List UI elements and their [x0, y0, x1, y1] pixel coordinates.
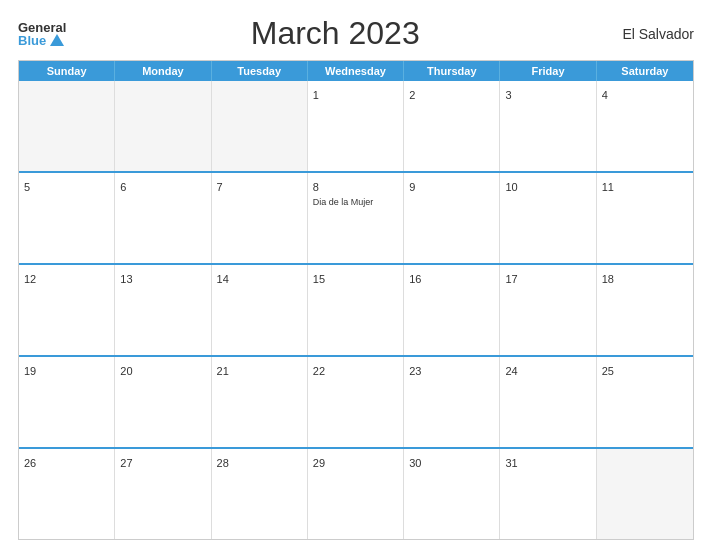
week-row-4: 19 20 21 22 23 24 25 — [19, 355, 693, 447]
header-sunday: Sunday — [19, 61, 115, 81]
logo-general-text: General — [18, 21, 66, 34]
day-number: 5 — [24, 181, 30, 193]
day-number: 28 — [217, 457, 229, 469]
day-cell-20: 20 — [115, 357, 211, 447]
day-number: 24 — [505, 365, 517, 377]
header-thursday: Thursday — [404, 61, 500, 81]
week-row-3: 12 13 14 15 16 17 18 — [19, 263, 693, 355]
day-number: 30 — [409, 457, 421, 469]
logo-blue-row: Blue — [18, 34, 64, 47]
calendar-grid: Sunday Monday Tuesday Wednesday Thursday… — [18, 60, 694, 540]
day-cell-7: 7 — [212, 173, 308, 263]
day-cell — [19, 81, 115, 171]
day-cell-13: 13 — [115, 265, 211, 355]
logo: General Blue — [18, 21, 66, 47]
header-friday: Friday — [500, 61, 596, 81]
day-cell-26: 26 — [19, 449, 115, 539]
day-number: 17 — [505, 273, 517, 285]
day-number: 11 — [602, 181, 614, 193]
day-cell-31: 31 — [500, 449, 596, 539]
country-label: El Salvador — [604, 26, 694, 42]
day-number: 7 — [217, 181, 223, 193]
day-number: 10 — [505, 181, 517, 193]
day-cell-18: 18 — [597, 265, 693, 355]
day-number: 18 — [602, 273, 614, 285]
day-number: 6 — [120, 181, 126, 193]
day-cell-12: 12 — [19, 265, 115, 355]
day-number: 15 — [313, 273, 325, 285]
day-cell — [115, 81, 211, 171]
day-cell-2: 2 — [404, 81, 500, 171]
day-number: 12 — [24, 273, 36, 285]
holiday-dia-de-la-mujer: Dia de la Mujer — [313, 197, 398, 208]
day-cell-27: 27 — [115, 449, 211, 539]
day-number: 8 — [313, 181, 319, 193]
day-cell-6: 6 — [115, 173, 211, 263]
day-cell-22: 22 — [308, 357, 404, 447]
day-cell-15: 15 — [308, 265, 404, 355]
day-number: 2 — [409, 89, 415, 101]
header-wednesday: Wednesday — [308, 61, 404, 81]
day-cell-21: 21 — [212, 357, 308, 447]
day-cell-23: 23 — [404, 357, 500, 447]
day-number: 29 — [313, 457, 325, 469]
day-cell — [597, 449, 693, 539]
day-cell-29: 29 — [308, 449, 404, 539]
week-row-5: 26 27 28 29 30 31 — [19, 447, 693, 539]
day-cell-11: 11 — [597, 173, 693, 263]
day-headers-row: Sunday Monday Tuesday Wednesday Thursday… — [19, 61, 693, 81]
calendar-title: March 2023 — [66, 15, 604, 52]
day-cell-4: 4 — [597, 81, 693, 171]
logo-blue-text: Blue — [18, 34, 46, 47]
header-monday: Monday — [115, 61, 211, 81]
day-number: 31 — [505, 457, 517, 469]
header-saturday: Saturday — [597, 61, 693, 81]
day-number: 27 — [120, 457, 132, 469]
day-number: 21 — [217, 365, 229, 377]
day-number: 1 — [313, 89, 319, 101]
day-cell-3: 3 — [500, 81, 596, 171]
day-cell-1: 1 — [308, 81, 404, 171]
day-cell-17: 17 — [500, 265, 596, 355]
day-number: 19 — [24, 365, 36, 377]
day-number: 22 — [313, 365, 325, 377]
day-cell-28: 28 — [212, 449, 308, 539]
day-number: 25 — [602, 365, 614, 377]
day-cell-16: 16 — [404, 265, 500, 355]
day-cell-19: 19 — [19, 357, 115, 447]
day-cell-8: 8 Dia de la Mujer — [308, 173, 404, 263]
day-cell — [212, 81, 308, 171]
day-cell-14: 14 — [212, 265, 308, 355]
day-number: 16 — [409, 273, 421, 285]
header: General Blue March 2023 El Salvador — [18, 15, 694, 52]
day-number: 23 — [409, 365, 421, 377]
day-number: 20 — [120, 365, 132, 377]
week-row-1: 1 2 3 4 — [19, 81, 693, 171]
day-cell-30: 30 — [404, 449, 500, 539]
logo-triangle-icon — [50, 34, 64, 46]
day-cell-9: 9 — [404, 173, 500, 263]
day-number: 14 — [217, 273, 229, 285]
day-cell-24: 24 — [500, 357, 596, 447]
day-cell-5: 5 — [19, 173, 115, 263]
calendar-page: General Blue March 2023 El Salvador Sund… — [0, 0, 712, 550]
day-number: 4 — [602, 89, 608, 101]
header-tuesday: Tuesday — [212, 61, 308, 81]
day-number: 13 — [120, 273, 132, 285]
day-number: 26 — [24, 457, 36, 469]
day-number: 9 — [409, 181, 415, 193]
day-number: 3 — [505, 89, 511, 101]
day-cell-25: 25 — [597, 357, 693, 447]
day-cell-10: 10 — [500, 173, 596, 263]
weeks-container: 1 2 3 4 5 6 — [19, 81, 693, 539]
week-row-2: 5 6 7 8 Dia de la Mujer 9 10 — [19, 171, 693, 263]
